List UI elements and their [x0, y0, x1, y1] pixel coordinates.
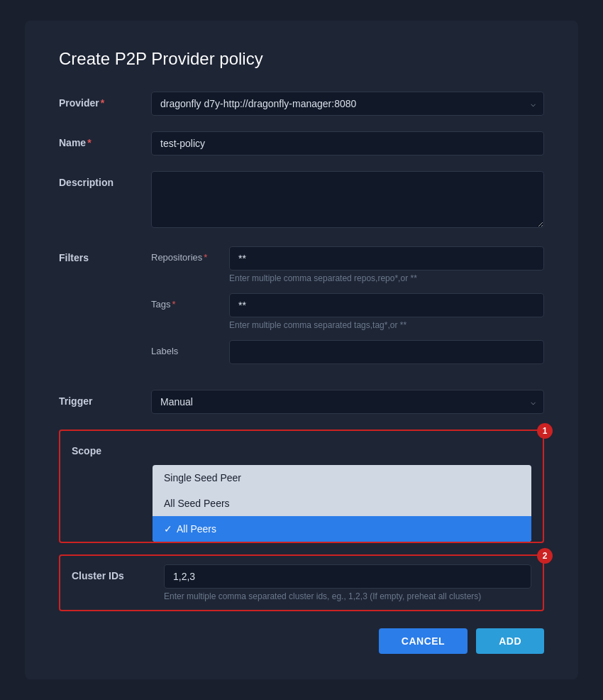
scope-option-single-seed-peer[interactable]: Single Seed Peer — [153, 465, 531, 491]
tags-hint: Enter multiple comma separated tags,tag*… — [229, 320, 544, 330]
repositories-row: Repositories* Enter multiple comma separ… — [151, 246, 544, 283]
add-button[interactable]: ADD — [476, 628, 544, 654]
scope-label: Scope — [72, 439, 164, 456]
cluster-ids-section: Cluster IDs Enter multiple comma separat… — [59, 554, 544, 611]
scope-option-all-seed-peers[interactable]: All Seed Peers — [153, 491, 531, 516]
labels-field — [229, 340, 544, 364]
provider-field: dragonfly d7y-http://dragonfly-manager:8… — [151, 92, 544, 116]
cluster-ids-badge: 2 — [537, 548, 553, 564]
provider-select-wrapper: dragonfly d7y-http://dragonfly-manager:8… — [151, 92, 544, 116]
provider-select[interactable]: dragonfly d7y-http://dragonfly-manager:8… — [151, 92, 544, 116]
trigger-row: Trigger Manual ⌵ — [59, 390, 544, 414]
filters-label: Filters — [59, 246, 151, 263]
repositories-label: Repositories* — [151, 246, 229, 263]
description-field — [151, 171, 544, 231]
filters-row: Filters Repositories* Enter multiple com… — [59, 246, 544, 374]
repositories-hint: Enter multiple comma separated repos,rep… — [229, 273, 544, 283]
scope-badge: 1 — [537, 423, 553, 439]
labels-label: Labels — [151, 340, 229, 356]
provider-row: Provider* dragonfly d7y-http://dragonfly… — [59, 92, 544, 116]
trigger-label: Trigger — [59, 390, 151, 407]
cluster-ids-row: Cluster IDs Enter multiple comma separat… — [72, 564, 531, 601]
name-input[interactable] — [151, 131, 544, 155]
modal: Create P2P Provider policy Provider* dra… — [25, 21, 578, 679]
scope-dropdown-menu: Single Seed Peer All Seed Peers ✓All Pee… — [153, 465, 531, 542]
description-label: Description — [59, 171, 151, 188]
cluster-ids-input[interactable] — [164, 564, 531, 589]
filters-section: Repositories* Enter multiple comma separ… — [151, 246, 544, 374]
checkmark-icon: ✓ — [164, 523, 172, 535]
cluster-ids-label: Cluster IDs — [72, 564, 164, 581]
repositories-input[interactable] — [229, 246, 544, 270]
cancel-button[interactable]: CANCEL — [379, 628, 468, 654]
tags-field: Enter multiple comma separated tags,tag*… — [229, 293, 544, 330]
provider-label: Provider* — [59, 92, 151, 109]
scope-section: Scope Single Seed Peer All Seed Peers ✓A… — [59, 430, 544, 543]
trigger-select-wrapper: Manual ⌵ — [151, 390, 544, 414]
description-textarea[interactable] — [151, 171, 544, 228]
scope-row: Scope — [60, 431, 543, 465]
tags-label: Tags* — [151, 293, 229, 310]
name-row: Name* — [59, 131, 544, 155]
trigger-select[interactable]: Manual — [151, 390, 544, 414]
cluster-ids-hint: Enter multiple comma separated cluster i… — [164, 591, 531, 601]
repositories-field: Enter multiple comma separated repos,rep… — [229, 246, 544, 283]
modal-footer: CANCEL ADD — [59, 628, 544, 654]
trigger-field: Manual ⌵ — [151, 390, 544, 414]
labels-input[interactable] — [229, 340, 544, 364]
labels-row: Labels — [151, 340, 544, 364]
name-field — [151, 131, 544, 155]
description-row: Description — [59, 171, 544, 231]
scope-option-all-peers[interactable]: ✓All Peers — [153, 516, 531, 542]
name-label: Name* — [59, 131, 151, 148]
modal-title: Create P2P Provider policy — [59, 49, 544, 69]
tags-row: Tags* Enter multiple comma separated tag… — [151, 293, 544, 330]
tags-input[interactable] — [229, 293, 544, 317]
cluster-ids-field: Enter multiple comma separated cluster i… — [164, 564, 531, 601]
